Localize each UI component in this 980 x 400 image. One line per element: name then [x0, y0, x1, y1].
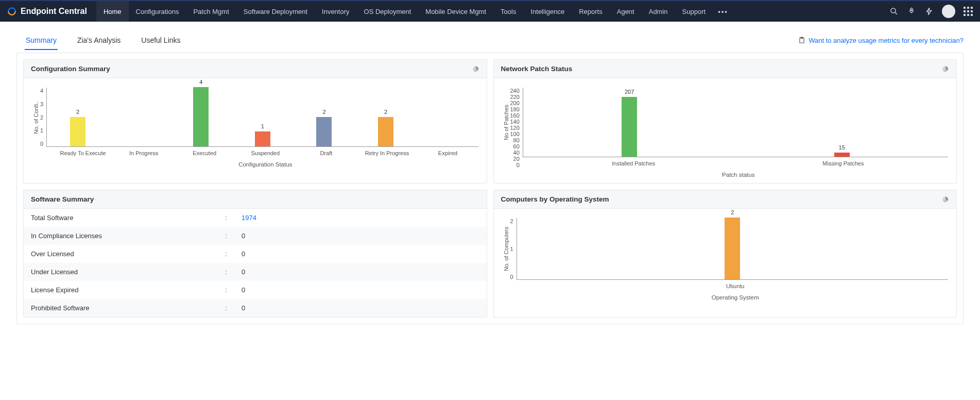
- x-axis-title: Patch status: [529, 166, 949, 181]
- topbar: Endpoint Central HomeConfigurationsPatch…: [0, 0, 980, 22]
- row-value: 0: [234, 245, 487, 263]
- brand[interactable]: Endpoint Central: [0, 1, 96, 22]
- bar-slot: 207: [523, 97, 736, 157]
- bar-value-label: 2: [384, 109, 387, 115]
- metrics-link-text: Want to analyze usage metrics for every …: [809, 37, 964, 44]
- tabs: SummaryZia's AnalysisUseful Links: [16, 31, 182, 49]
- nav-more-icon[interactable]: •••: [713, 1, 733, 22]
- chart-config-summary: No. of Confi..4321024122Ready To Execute…: [24, 78, 487, 173]
- nav-item-software-deployment[interactable]: Software Deployment: [236, 1, 315, 22]
- bar-value-label: 2: [731, 209, 734, 215]
- bar[interactable]: 2: [70, 117, 85, 147]
- topbar-right: [889, 1, 980, 22]
- bar[interactable]: 2: [725, 218, 740, 279]
- bar[interactable]: 2: [378, 117, 393, 147]
- bar[interactable]: 207: [622, 97, 637, 157]
- y-axis-ticks: 210: [510, 218, 517, 280]
- bar-value-label: 2: [76, 109, 79, 115]
- x-tick-label: In Progress: [113, 147, 174, 156]
- y-axis-label: No. of Confi..: [32, 88, 40, 147]
- panel-header: Configuration Summary: [24, 60, 487, 78]
- bolt-icon[interactable]: [924, 7, 934, 16]
- row-value: 0: [234, 227, 487, 245]
- pie-chart-icon[interactable]: [472, 65, 479, 73]
- bar-value-label: 1: [261, 123, 264, 129]
- nav-item-home[interactable]: Home: [96, 1, 129, 22]
- row-value[interactable]: 1974: [234, 209, 487, 227]
- bar-value-label: 207: [625, 89, 634, 95]
- panel-title: Network Patch Status: [501, 65, 573, 73]
- pie-chart-icon[interactable]: [942, 65, 949, 73]
- svg-point-4: [911, 10, 912, 11]
- y-axis-label: No. of Computers: [502, 218, 510, 280]
- x-tick-label: Suspended: [235, 147, 296, 156]
- chart-network-patch: No of Patches240220200180160140120100806…: [494, 78, 957, 183]
- main-nav: HomeConfigurationsPatch MgmtSoftware Dep…: [96, 1, 713, 22]
- row-separator: :: [218, 209, 234, 227]
- table-row: Prohibited Software:0: [24, 299, 487, 317]
- x-tick-label: Expired: [417, 147, 478, 156]
- x-tick-label: Ready To Execute: [53, 147, 113, 156]
- pie-chart-icon[interactable]: [942, 196, 949, 203]
- nav-item-support[interactable]: Support: [675, 1, 713, 22]
- tab-useful-links[interactable]: Useful Links: [140, 31, 181, 49]
- tab-row: SummaryZia's AnalysisUseful Links Want t…: [16, 31, 964, 49]
- row-value: 0: [234, 299, 487, 317]
- table-row: Under Licensed:0: [24, 263, 487, 281]
- row-separator: :: [218, 245, 234, 263]
- y-axis-ticks: 43210: [40, 88, 46, 147]
- bar-slot: 2: [47, 117, 109, 147]
- chart-computers-os: No. of Computers2102UbuntuOperating Syst…: [494, 209, 957, 306]
- apps-grid-icon[interactable]: [964, 7, 973, 16]
- plot-area: 2: [517, 218, 948, 280]
- bar[interactable]: 4: [193, 87, 209, 146]
- content: SummaryZia's AnalysisUseful Links Want t…: [0, 22, 980, 324]
- search-icon[interactable]: [889, 7, 899, 16]
- bar-value-label: 15: [839, 144, 845, 151]
- bar[interactable]: 1: [255, 131, 270, 146]
- y-axis-label: No of Patches: [502, 88, 510, 157]
- x-tick-label: Executed: [174, 147, 235, 156]
- table-row: License Expired:0: [24, 281, 487, 299]
- nav-item-agent[interactable]: Agent: [610, 1, 642, 22]
- row-separator: :: [218, 227, 234, 245]
- nav-item-inventory[interactable]: Inventory: [315, 1, 356, 22]
- row-label: In Compliance Licenses: [24, 227, 218, 245]
- avatar[interactable]: [942, 5, 955, 18]
- nav-item-os-deployment[interactable]: OS Deployment: [357, 1, 419, 22]
- row-separator: :: [218, 263, 234, 281]
- row-value: 0: [234, 263, 487, 281]
- bar-slot: 2: [294, 117, 355, 147]
- nav-item-admin[interactable]: Admin: [642, 1, 675, 22]
- x-tick-label: Draft: [296, 147, 356, 156]
- tab-summary[interactable]: Summary: [25, 31, 58, 49]
- svg-line-3: [895, 12, 897, 14]
- software-summary-table: Total Software:1974In Compliance License…: [24, 209, 487, 317]
- nav-item-tools[interactable]: Tools: [493, 1, 523, 22]
- tab-zia-s-analysis[interactable]: Zia's Analysis: [76, 31, 122, 49]
- nav-item-configurations[interactable]: Configurations: [129, 1, 186, 22]
- panel-software-summary: Software Summary Total Software:1974In C…: [23, 190, 487, 318]
- table-row: Total Software:1974: [24, 209, 487, 227]
- row-label: Under Licensed: [24, 263, 218, 281]
- bar[interactable]: 2: [316, 117, 332, 147]
- row-value: 0: [234, 281, 487, 299]
- nav-item-patch-mgmt[interactable]: Patch Mgmt: [186, 1, 236, 22]
- bar[interactable]: 15: [834, 153, 850, 157]
- nav-item-mobile-device-mgmt[interactable]: Mobile Device Mgmt: [418, 1, 493, 22]
- clipboard-icon: [798, 37, 805, 44]
- x-tick-label: Ubuntu: [523, 280, 949, 289]
- x-axis-title: Operating System: [523, 289, 949, 304]
- nav-item-intelligence[interactable]: Intelligence: [523, 1, 572, 22]
- row-separator: :: [218, 299, 234, 317]
- metrics-link[interactable]: Want to analyze usage metrics for every …: [798, 37, 964, 44]
- panel-config-summary: Configuration Summary No. of Confi..4321…: [23, 59, 487, 184]
- svg-point-2: [891, 8, 896, 13]
- x-axis: Installed PatchesMissing Patches: [529, 157, 949, 166]
- bar-value-label: 4: [199, 79, 202, 85]
- nav-item-reports[interactable]: Reports: [572, 1, 610, 22]
- plot-area: 20715: [523, 88, 948, 157]
- brand-logo-icon: [7, 7, 16, 16]
- row-label: License Expired: [24, 281, 218, 299]
- rocket-icon[interactable]: [907, 7, 916, 16]
